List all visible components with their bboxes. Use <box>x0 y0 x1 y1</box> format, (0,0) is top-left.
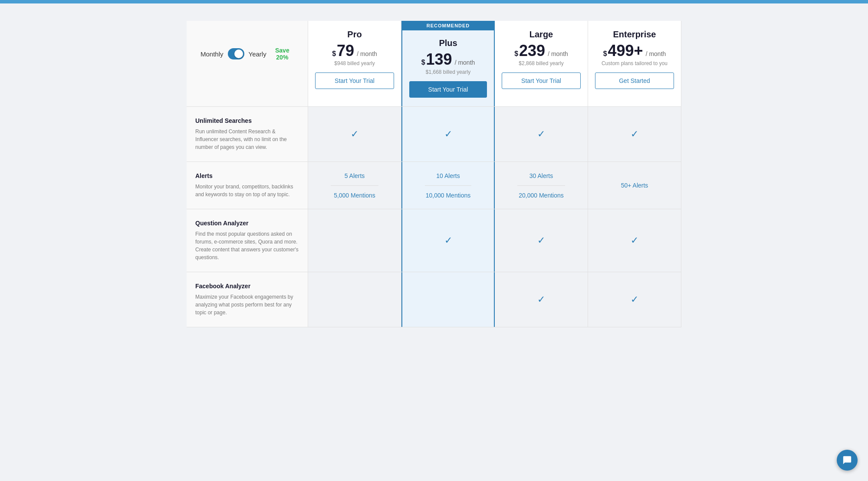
price-billed-large: $2,868 billed yearly <box>502 60 581 66</box>
recommended-badge: RECOMMENDED <box>401 21 495 30</box>
cta-plus[interactable]: Start Your Trial <box>409 81 487 98</box>
feature-value-large-unlimited-searches: ✓ <box>495 107 588 161</box>
alerts-large-divider <box>517 185 565 186</box>
feature-desc-unlimited-searches: Unlimited Searches Run unlimited Content… <box>187 107 308 161</box>
price-period-plus: / month <box>455 59 475 66</box>
alerts-enterprise-line1: 50+ Alerts <box>621 182 648 189</box>
plan-name-plus: Plus <box>409 38 487 48</box>
feature-value-pro-alerts: 5 Alerts 5,000 Mentions <box>308 162 401 209</box>
price-period-large: / month <box>548 50 568 57</box>
feature-desc-text-alerts: Monitor your brand, competitors, backlin… <box>195 183 299 198</box>
feature-desc-text-facebook-analyzer: Maximize your Facebook engagements by an… <box>195 293 299 316</box>
price-amount-large: 239 <box>519 43 545 59</box>
feature-row-alerts: Alerts Monitor your brand, competitors, … <box>187 162 681 209</box>
page-container: Monthly Yearly Save 20% Pro $ 79 / month… <box>152 3 716 345</box>
plan-name-large: Large <box>502 30 581 40</box>
cta-pro[interactable]: Start Your Trial <box>315 72 394 89</box>
feature-desc-text-question-analyzer: Find the most popular questions asked on… <box>195 230 299 261</box>
feature-value-enterprise-alerts: 50+ Alerts <box>588 162 681 209</box>
alerts-large-line2: 20,000 Mentions <box>519 192 564 199</box>
price-dollar-large: $ <box>514 50 518 58</box>
price-billed-pro: $948 billed yearly <box>315 60 394 66</box>
cta-enterprise[interactable]: Get Started <box>595 72 674 89</box>
plan-name-enterprise: Enterprise <box>595 30 674 40</box>
check-icon-enterprise-unlimited: ✓ <box>631 128 638 140</box>
feature-title-alerts: Alerts <box>195 172 299 179</box>
price-billed-plus: $1,668 billed yearly <box>409 69 487 75</box>
alerts-large-line1: 30 Alerts <box>529 172 553 179</box>
yearly-label: Yearly <box>249 50 266 58</box>
billing-toggle[interactable] <box>228 48 244 59</box>
feature-title-question-analyzer: Question Analyzer <box>195 220 299 227</box>
plan-price-large: $ 239 / month <box>502 43 581 59</box>
plan-price-plus: $ 139 / month <box>409 52 487 67</box>
check-icon-large-unlimited: ✓ <box>537 128 545 140</box>
chat-icon <box>842 455 852 465</box>
billing-toggle-area: Monthly Yearly Save 20% <box>194 30 301 69</box>
alerts-pro-line2: 5,000 Mentions <box>334 192 375 199</box>
feature-title-facebook-analyzer: Facebook Analyzer <box>195 283 299 290</box>
alerts-plus-divider <box>425 185 471 186</box>
feature-row-question-analyzer: Question Analyzer Find the most popular … <box>187 209 681 272</box>
price-dollar-pro: $ <box>332 50 336 58</box>
top-bar <box>0 0 868 3</box>
alerts-plus-line2: 10,000 Mentions <box>426 192 471 199</box>
check-icon-large-facebook: ✓ <box>537 294 545 305</box>
alerts-plus-line1: 10 Alerts <box>436 172 460 179</box>
toggle-cell: Monthly Yearly Save 20% <box>187 21 308 106</box>
feature-value-large-question: ✓ <box>495 209 588 272</box>
save-badge: Save 20% <box>271 47 294 61</box>
check-icon-plus-question: ✓ <box>444 235 452 246</box>
toggle-knob <box>234 49 243 58</box>
price-dollar-plus: $ <box>421 59 425 66</box>
check-icon-pro-unlimited: ✓ <box>351 128 358 140</box>
feature-value-large-alerts: 30 Alerts 20,000 Mentions <box>495 162 588 209</box>
price-amount-pro: 79 <box>337 43 354 59</box>
feature-title-unlimited-searches: Unlimited Searches <box>195 117 299 124</box>
cta-large[interactable]: Start Your Trial <box>502 72 581 89</box>
feature-value-plus-alerts: 10 Alerts 10,000 Mentions <box>401 162 495 209</box>
plan-header-row: Monthly Yearly Save 20% Pro $ 79 / month… <box>187 21 681 107</box>
feature-value-plus-facebook <box>401 272 495 327</box>
feature-value-enterprise-question: ✓ <box>588 209 681 272</box>
plan-header-plus: RECOMMENDED Plus $ 139 / month $1,668 bi… <box>401 21 495 106</box>
alerts-pro-divider <box>331 185 378 186</box>
feature-row-facebook-analyzer: Facebook Analyzer Maximize your Facebook… <box>187 272 681 327</box>
feature-value-plus-unlimited-searches: ✓ <box>401 107 495 161</box>
price-dollar-enterprise: $ <box>603 50 607 58</box>
plan-price-enterprise: $ 499+ / month <box>595 43 674 59</box>
feature-value-enterprise-unlimited-searches: ✓ <box>588 107 681 161</box>
price-period-enterprise: / month <box>646 50 666 57</box>
feature-desc-text-unlimited-searches: Run unlimited Content Research & Influen… <box>195 128 299 151</box>
feature-row-unlimited-searches: Unlimited Searches Run unlimited Content… <box>187 107 681 162</box>
feature-value-large-facebook: ✓ <box>495 272 588 327</box>
plan-header-enterprise: Enterprise $ 499+ / month Custom plans t… <box>588 21 681 106</box>
feature-desc-alerts: Alerts Monitor your brand, competitors, … <box>187 162 308 209</box>
check-icon-plus-unlimited: ✓ <box>444 128 452 140</box>
check-icon-large-question: ✓ <box>537 235 545 246</box>
feature-value-pro-question <box>308 209 401 272</box>
check-icon-enterprise-question: ✓ <box>631 235 638 246</box>
plan-name-pro: Pro <box>315 30 394 40</box>
feature-value-enterprise-facebook: ✓ <box>588 272 681 327</box>
alerts-pro-line1: 5 Alerts <box>345 172 365 179</box>
price-amount-plus: 139 <box>426 52 452 67</box>
feature-value-pro-facebook <box>308 272 401 327</box>
feature-value-plus-question: ✓ <box>401 209 495 272</box>
price-period-pro: / month <box>357 50 377 57</box>
price-billed-enterprise: Custom plans tailored to you <box>595 60 674 66</box>
check-icon-enterprise-facebook: ✓ <box>631 294 638 305</box>
price-amount-enterprise: 499+ <box>608 43 643 59</box>
plan-header-large: Large $ 239 / month $2,868 billed yearly… <box>495 21 588 106</box>
monthly-label: Monthly <box>201 50 224 58</box>
plan-price-pro: $ 79 / month <box>315 43 394 59</box>
feature-desc-question-analyzer: Question Analyzer Find the most popular … <box>187 209 308 272</box>
feature-desc-facebook-analyzer: Facebook Analyzer Maximize your Facebook… <box>187 272 308 327</box>
plan-header-pro: Pro $ 79 / month $948 billed yearly Star… <box>308 21 401 106</box>
feature-value-pro-unlimited-searches: ✓ <box>308 107 401 161</box>
chat-button[interactable] <box>837 450 858 471</box>
